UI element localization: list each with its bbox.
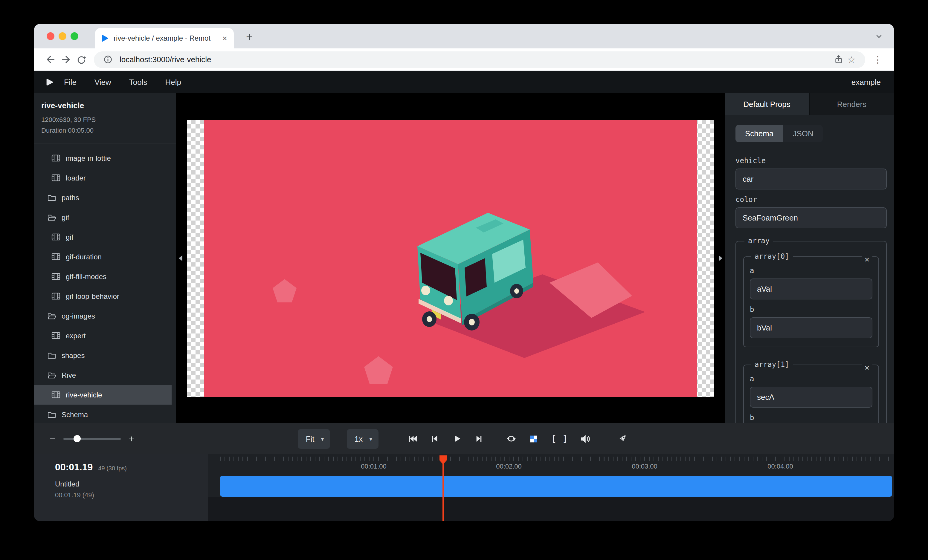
share-icon[interactable] bbox=[832, 53, 845, 66]
remove-array-0-icon[interactable]: × bbox=[862, 255, 872, 265]
sidebar-item-gif-loop-behavior[interactable]: gif-loop-behavior bbox=[34, 286, 176, 306]
ruler-label: 00:01.00 bbox=[361, 463, 386, 470]
sidebar-item-expert[interactable]: expert bbox=[34, 326, 176, 346]
composition-duration: Duration 00:05.00 bbox=[41, 125, 169, 135]
collapse-right-sidebar-icon[interactable] bbox=[717, 250, 724, 266]
in-marker-icon[interactable]: [ bbox=[551, 433, 556, 444]
composition-canvas bbox=[187, 120, 714, 397]
menu-tools[interactable]: Tools bbox=[129, 78, 147, 87]
sidebar-item-loader[interactable]: loader bbox=[34, 168, 176, 188]
remotion-logo-icon[interactable] bbox=[44, 77, 54, 88]
window-controls bbox=[47, 32, 78, 40]
menu-help[interactable]: Help bbox=[165, 78, 182, 87]
compositions-sidebar: rive-vehicle 1200x630, 30 FPS Duration 0… bbox=[34, 93, 176, 423]
vehicle-input[interactable] bbox=[736, 169, 887, 189]
menu-view[interactable]: View bbox=[95, 78, 111, 87]
schema-json-toggle: Schema JSON bbox=[736, 125, 823, 142]
array-fieldset: array array[0] × a b array[1] bbox=[736, 237, 887, 423]
color-input[interactable] bbox=[736, 207, 887, 228]
array-0-a-input[interactable] bbox=[750, 278, 872, 300]
transparency-checkerboard-icon[interactable] bbox=[526, 431, 542, 446]
forward-icon[interactable] bbox=[58, 52, 73, 67]
tab-title: rive-vehicle / example - Remot bbox=[114, 34, 217, 43]
sidebar-item-gif-duration[interactable]: gif-duration bbox=[34, 247, 176, 267]
folder-icon bbox=[47, 194, 56, 202]
play-icon[interactable] bbox=[449, 431, 464, 446]
preview-area bbox=[176, 93, 725, 423]
subtab-schema[interactable]: Schema bbox=[736, 125, 783, 142]
props-panel-body: Schema JSON vehicle color array array[0]… bbox=[725, 115, 894, 423]
folder-open-icon bbox=[47, 312, 56, 320]
sidebar-item-rive-vehicle[interactable]: rive-vehicle bbox=[34, 385, 172, 405]
volume-icon[interactable] bbox=[577, 431, 593, 446]
new-tab-button[interactable]: + bbox=[241, 29, 257, 45]
zoom-slider[interactable] bbox=[63, 438, 121, 440]
remove-array-1-icon[interactable]: × bbox=[862, 363, 872, 373]
track-duration: 00:01.19 (49) bbox=[55, 491, 208, 498]
collapse-left-sidebar-icon[interactable] bbox=[177, 250, 184, 266]
sidebar-folder-gif[interactable]: gif bbox=[34, 208, 176, 227]
folder-open-icon bbox=[47, 371, 56, 379]
url-bar[interactable]: localhost:3000/rive-vehicle ☆ bbox=[94, 51, 865, 68]
timeline-track-bar[interactable] bbox=[220, 476, 892, 497]
tab-search-chevron-icon[interactable] bbox=[874, 31, 884, 42]
array-0-b-label: b bbox=[750, 305, 872, 314]
composition-icon bbox=[52, 233, 60, 241]
back-icon[interactable] bbox=[43, 52, 58, 67]
track-name: Untitled bbox=[55, 480, 208, 488]
composition-info: rive-vehicle 1200x630, 30 FPS Duration 0… bbox=[34, 93, 176, 144]
playhead-line[interactable] bbox=[443, 455, 444, 521]
jump-to-end-icon[interactable] bbox=[471, 431, 487, 446]
timeline-tracks-area: 00:01.00 00:02.00 00:03.00 00:04.00 bbox=[208, 454, 894, 521]
timeline: 00:01.19 49 (30 fps) Untitled 00:01.19 (… bbox=[34, 454, 894, 521]
timeline-background bbox=[208, 497, 894, 521]
zoom-slider-thumb[interactable] bbox=[73, 435, 81, 442]
loop-icon[interactable] bbox=[503, 431, 519, 446]
tab-renders[interactable]: Renders bbox=[809, 93, 894, 115]
browser-menu-icon[interactable]: ⋮ bbox=[870, 52, 885, 67]
browser-navbar: localhost:3000/rive-vehicle ☆ ⋮ bbox=[34, 49, 894, 71]
sidebar-folder-og-images[interactable]: og-images bbox=[34, 306, 176, 326]
desktop: rive-vehicle / example - Remot × + bbox=[0, 0, 928, 560]
array-1-b-label: b bbox=[750, 414, 872, 422]
site-info-icon[interactable] bbox=[101, 53, 114, 66]
browser-tab-strip: rive-vehicle / example - Remot × + bbox=[34, 24, 894, 49]
array-1-a-label: a bbox=[750, 375, 872, 383]
tab-close-icon[interactable]: × bbox=[221, 34, 228, 43]
sidebar-folder-rive[interactable]: Rive bbox=[34, 365, 176, 385]
zoom-out-icon[interactable]: − bbox=[50, 434, 56, 444]
sidebar-item-image-in-lottie[interactable]: image-in-lottie bbox=[34, 149, 176, 168]
playback-rate-dropdown[interactable]: 1x ▾ bbox=[347, 429, 379, 449]
out-marker-icon[interactable]: ] bbox=[562, 433, 568, 444]
remotion-studio: File View Tools Help example rive-vehicl… bbox=[34, 71, 894, 521]
props-panel: Default Props Renders Schema JSON vehicl… bbox=[725, 93, 894, 423]
sidebar-folder-paths[interactable]: paths bbox=[34, 188, 176, 208]
zoom-in-icon[interactable]: + bbox=[128, 434, 134, 444]
minimize-window-button[interactable] bbox=[59, 32, 66, 40]
zoom-controls: − + bbox=[50, 434, 134, 444]
menu-file[interactable]: File bbox=[64, 78, 76, 87]
bookmark-star-icon[interactable]: ☆ bbox=[845, 53, 858, 66]
sidebar-folder-schema[interactable]: Schema bbox=[34, 405, 176, 423]
fit-dropdown[interactable]: Fit ▾ bbox=[298, 429, 330, 449]
array-0-b-input[interactable] bbox=[750, 317, 872, 338]
subtab-json[interactable]: JSON bbox=[783, 125, 823, 142]
close-window-button[interactable] bbox=[47, 32, 54, 40]
previous-frame-icon[interactable] bbox=[427, 431, 442, 446]
tab-default-props[interactable]: Default Props bbox=[725, 93, 809, 115]
sidebar-item-gif-fill-modes[interactable]: gif-fill-modes bbox=[34, 267, 176, 286]
composition-title: rive-vehicle bbox=[41, 101, 169, 110]
reload-icon[interactable] bbox=[73, 52, 89, 67]
array-label: array bbox=[745, 237, 773, 245]
array-1-a-input[interactable] bbox=[750, 387, 872, 408]
sidebar-item-gif[interactable]: gif bbox=[34, 227, 176, 247]
sidebar-folder-shapes[interactable]: shapes bbox=[34, 346, 176, 365]
jump-to-start-icon[interactable] bbox=[404, 431, 420, 446]
chevron-down-icon: ▾ bbox=[368, 435, 378, 442]
array-0-a-label: a bbox=[750, 266, 872, 275]
browser-tab[interactable]: rive-vehicle / example - Remot × bbox=[95, 28, 234, 49]
fullscreen-window-button[interactable] bbox=[70, 32, 78, 40]
timeline-ruler[interactable]: 00:01.00 00:02.00 00:03.00 00:04.00 bbox=[208, 454, 894, 476]
folder-icon bbox=[47, 411, 56, 418]
rocket-icon[interactable] bbox=[614, 431, 630, 446]
